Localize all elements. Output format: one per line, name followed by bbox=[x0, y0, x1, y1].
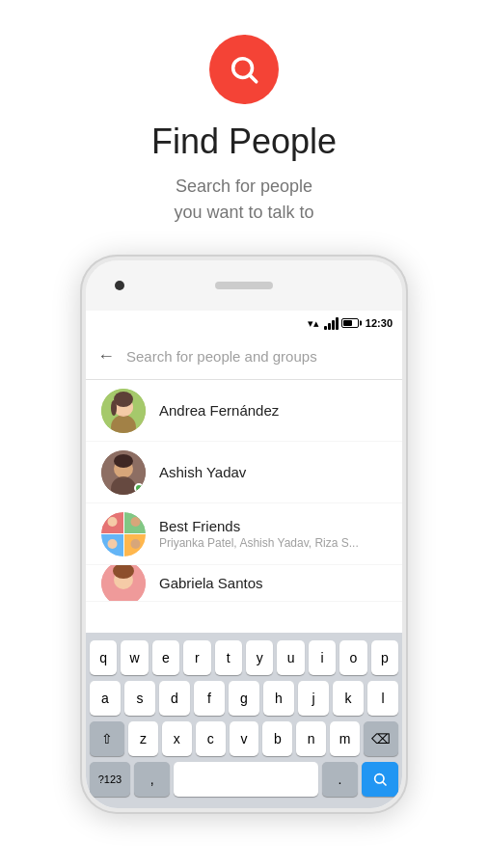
key-a[interactable]: a bbox=[90, 681, 121, 716]
speaker-grille bbox=[215, 282, 273, 289]
contact-item-andrea[interactable]: Andrea Fernández bbox=[86, 380, 402, 442]
contact-info-gabriela: Gabriela Santos bbox=[159, 575, 263, 591]
key-b[interactable]: b bbox=[262, 721, 292, 756]
key-r[interactable]: r bbox=[183, 640, 210, 675]
key-l[interactable]: l bbox=[367, 681, 398, 716]
svg-point-10 bbox=[114, 454, 133, 468]
backspace-key[interactable]: ⌫ bbox=[364, 721, 398, 756]
wifi-icon: ▾▴ bbox=[308, 317, 319, 330]
battery-icon bbox=[341, 318, 359, 328]
key-k[interactable]: k bbox=[333, 681, 364, 716]
svg-point-13 bbox=[108, 517, 118, 527]
key-e[interactable]: e bbox=[152, 640, 179, 675]
numbers-key[interactable]: ?123 bbox=[90, 762, 130, 797]
key-g[interactable]: g bbox=[229, 681, 259, 716]
contact-name-ashish: Ashish Yadav bbox=[159, 464, 246, 480]
avatar-andrea bbox=[101, 389, 146, 433]
key-y[interactable]: y bbox=[246, 640, 273, 675]
contact-info-andrea: Andrea Fernández bbox=[159, 402, 279, 419]
avatar-gabriela bbox=[101, 565, 146, 602]
keyboard-row-2: a s d f g h j k l bbox=[90, 681, 398, 716]
key-i[interactable]: i bbox=[309, 640, 336, 675]
contact-item-ashish[interactable]: Ashish Yadav bbox=[86, 442, 402, 503]
phone-outer: ▾▴ 12:30 bbox=[80, 255, 408, 814]
signal-bar-1 bbox=[324, 326, 327, 330]
svg-line-24 bbox=[383, 782, 386, 785]
camera-dot bbox=[115, 281, 124, 290]
key-j[interactable]: j bbox=[298, 681, 329, 716]
page-title: Find People bbox=[151, 122, 337, 162]
period-key[interactable]: . bbox=[322, 762, 358, 797]
svg-point-19 bbox=[130, 539, 140, 549]
key-p[interactable]: p bbox=[371, 640, 398, 675]
phone-top-bar bbox=[86, 260, 402, 311]
back-arrow-icon[interactable]: ← bbox=[97, 346, 115, 366]
comma-key[interactable]: , bbox=[134, 762, 170, 797]
keyboard: q w e r t y u i o p a s bbox=[86, 633, 402, 808]
svg-line-1 bbox=[250, 75, 256, 81]
page-subtitle: Search for peopleyou want to talk to bbox=[174, 174, 313, 226]
status-bar: ▾▴ 12:30 bbox=[86, 311, 402, 334]
key-z[interactable]: z bbox=[128, 721, 158, 756]
key-c[interactable]: c bbox=[196, 721, 226, 756]
keyboard-row-1: q w e r t y u i o p bbox=[90, 640, 398, 675]
key-d[interactable]: d bbox=[159, 681, 190, 716]
contact-list: Andrea Fernández bbox=[86, 380, 402, 602]
phone-inner: ▾▴ 12:30 bbox=[86, 260, 402, 808]
key-t[interactable]: t bbox=[215, 640, 242, 675]
search-input[interactable]: Search for people and groups bbox=[126, 348, 391, 365]
search-icon bbox=[228, 53, 260, 86]
key-w[interactable]: w bbox=[121, 640, 148, 675]
space-key[interactable] bbox=[174, 762, 317, 797]
phone-screen: ▾▴ 12:30 bbox=[86, 311, 402, 808]
svg-point-17 bbox=[108, 539, 118, 549]
hero-section: Find People Search for peopleyou want to… bbox=[151, 0, 337, 245]
contact-name-andrea: Andrea Fernández bbox=[159, 402, 279, 419]
contact-item-gabriela[interactable]: Gabriela Santos bbox=[86, 565, 402, 602]
key-s[interactable]: s bbox=[124, 681, 155, 716]
phone-mockup: ▾▴ 12:30 bbox=[80, 255, 408, 814]
shift-key[interactable]: ⇧ bbox=[90, 721, 124, 756]
online-indicator bbox=[134, 483, 144, 493]
keyboard-row-3: ⇧ z x c v b n m ⌫ bbox=[90, 721, 398, 756]
svg-point-15 bbox=[130, 517, 140, 527]
keyboard-row-4: ?123 , . bbox=[90, 762, 398, 797]
battery-fill bbox=[343, 320, 352, 326]
key-o[interactable]: o bbox=[339, 640, 366, 675]
key-u[interactable]: u bbox=[277, 640, 304, 675]
contact-info-bestfriends: Best Friends Priyanka Patel, Ashish Yada… bbox=[159, 518, 359, 550]
key-m[interactable]: m bbox=[330, 721, 360, 756]
key-n[interactable]: n bbox=[296, 721, 326, 756]
status-time: 12:30 bbox=[366, 317, 393, 329]
search-key[interactable] bbox=[362, 762, 398, 797]
signal-bar-3 bbox=[332, 320, 335, 330]
contact-item-bestfriends[interactable]: Best Friends Priyanka Patel, Ashish Yada… bbox=[86, 503, 402, 565]
search-bar[interactable]: ← Search for people and groups bbox=[86, 334, 402, 380]
svg-point-7 bbox=[111, 400, 117, 416]
key-h[interactable]: h bbox=[263, 681, 294, 716]
key-q[interactable]: q bbox=[90, 640, 117, 675]
contact-sub-bestfriends: Priyanka Patel, Ashish Yadav, Riza S... bbox=[159, 536, 359, 550]
contact-name-gabriela: Gabriela Santos bbox=[159, 575, 263, 591]
avatar-ashish bbox=[101, 450, 146, 495]
contact-info-ashish: Ashish Yadav bbox=[159, 464, 246, 480]
avatar-group bbox=[101, 512, 146, 556]
contact-name-bestfriends: Best Friends bbox=[159, 518, 359, 534]
search-icon-circle bbox=[209, 35, 279, 104]
key-f[interactable]: f bbox=[194, 681, 225, 716]
signal-bars bbox=[324, 317, 339, 330]
signal-bar-2 bbox=[328, 323, 331, 330]
key-x[interactable]: x bbox=[162, 721, 192, 756]
svg-point-6 bbox=[114, 392, 133, 407]
status-icons: ▾▴ 12:30 bbox=[308, 317, 393, 330]
signal-bar-4 bbox=[336, 317, 339, 330]
key-v[interactable]: v bbox=[230, 721, 259, 756]
